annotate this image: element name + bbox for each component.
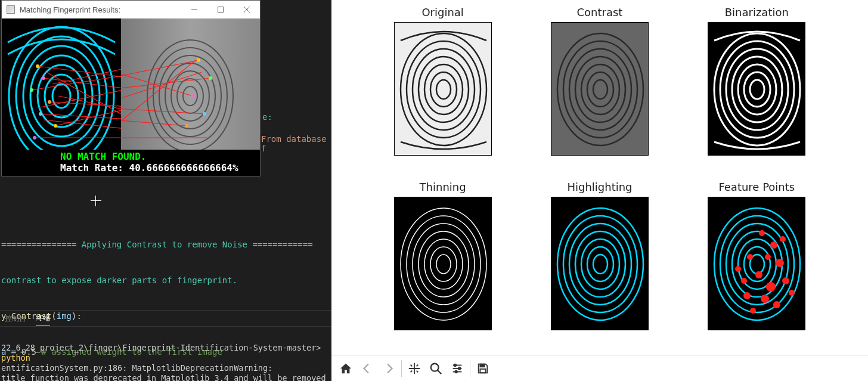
configure-icon[interactable] xyxy=(447,358,468,379)
svg-point-109 xyxy=(735,266,741,272)
svg-rect-1 xyxy=(218,7,224,13)
subplot-feature-points: Feature Points xyxy=(708,181,805,330)
svg-point-30 xyxy=(183,86,197,106)
svg-rect-122 xyxy=(480,364,484,367)
svg-point-113 xyxy=(789,290,795,296)
match-rate-row: Match Rate: 40.666666666666664% xyxy=(60,162,256,174)
matching-results-window: Matching Fingerprint Results: xyxy=(1,0,261,176)
svg-point-48 xyxy=(203,112,206,116)
svg-rect-50 xyxy=(395,23,492,156)
maximize-button[interactable] xyxy=(207,1,234,18)
toolbar-separator xyxy=(470,360,470,377)
terminal-cmd: python xyxy=(1,353,30,363)
cursor-crosshair xyxy=(91,196,101,206)
svg-point-49 xyxy=(185,124,188,128)
subplot-title: Feature Points xyxy=(718,181,795,193)
editor-pane: e: From database f Matching Fingerprint … xyxy=(0,0,331,381)
svg-point-111 xyxy=(780,236,786,242)
svg-point-114 xyxy=(431,363,439,371)
svg-rect-90 xyxy=(708,197,805,330)
tab-console[interactable]: 控制台 xyxy=(5,311,26,326)
svg-point-45 xyxy=(197,58,200,62)
home-icon[interactable] xyxy=(335,358,356,379)
code-line: contrast to expose darker parts of finge… xyxy=(1,274,331,286)
minimize-button[interactable] xyxy=(181,1,207,18)
subplot-highlighting: Highlighting xyxy=(551,181,649,330)
subplot-title: Highlighting xyxy=(567,181,632,193)
subplot-title: Thinning xyxy=(420,181,466,193)
save-icon[interactable] xyxy=(472,358,494,379)
match-rate-label: Match Rate: xyxy=(60,162,129,174)
match-rate-value: 40.666666666666664% xyxy=(129,162,238,174)
svg-point-27 xyxy=(39,112,42,116)
subplot-title: Binarization xyxy=(725,6,789,18)
matplotlib-figure-window: Original xyxy=(331,0,868,381)
terminal-line: 22_6_28_project_2\finger\Fingerprint-Ide… xyxy=(1,343,326,352)
svg-point-36 xyxy=(147,40,233,152)
svg-point-47 xyxy=(191,94,194,98)
svg-point-103 xyxy=(766,282,776,292)
svg-point-33 xyxy=(165,63,215,129)
fingerprint-image xyxy=(394,22,492,156)
terminal-output[interactable]: 22_6_28_project_2\finger\Fingerprint-Ide… xyxy=(0,333,331,381)
code-line: =============== Applying Contrast to rem… xyxy=(1,238,331,250)
svg-point-120 xyxy=(458,367,461,370)
subplot-thinning: Thinning xyxy=(394,181,492,330)
svg-point-104 xyxy=(741,278,747,284)
svg-point-23 xyxy=(36,64,39,68)
subplots-grid: Original xyxy=(331,0,868,355)
fingerprint-image xyxy=(551,22,649,156)
svg-point-110 xyxy=(765,254,771,260)
svg-line-20 xyxy=(38,84,121,108)
panel-tabs: 控制台 终端 xyxy=(0,310,331,327)
svg-point-102 xyxy=(755,271,762,278)
fingerprint-image xyxy=(708,22,805,156)
subplot-title: Original xyxy=(421,6,463,18)
tab-terminal[interactable]: 终端 xyxy=(36,311,50,326)
fingerprint-image xyxy=(708,197,805,330)
svg-point-106 xyxy=(773,301,780,308)
window-icon xyxy=(7,5,15,14)
svg-point-5 xyxy=(45,75,78,117)
subplot-contrast: Contrast xyxy=(551,6,649,156)
no-match-label: NO MATCH FOUND. xyxy=(60,151,256,162)
terminal-line: entificationSystem.py:186: MatplotlibDep… xyxy=(1,363,272,373)
subplot-title: Contrast xyxy=(577,6,623,18)
pan-icon[interactable] xyxy=(404,358,425,379)
svg-rect-82 xyxy=(551,197,649,330)
zoom-icon[interactable] xyxy=(425,358,447,379)
window-titlebar[interactable]: Matching Fingerprint Results: xyxy=(2,1,260,18)
svg-line-115 xyxy=(438,370,441,373)
svg-rect-66 xyxy=(708,23,805,156)
close-button[interactable] xyxy=(234,1,260,18)
svg-point-10 xyxy=(9,27,114,165)
back-icon[interactable] xyxy=(356,358,378,379)
svg-point-107 xyxy=(750,308,756,314)
svg-point-8 xyxy=(23,46,100,146)
forward-icon[interactable] xyxy=(378,358,399,379)
svg-point-25 xyxy=(30,88,33,92)
subplot-original: Original xyxy=(394,6,492,156)
svg-point-100 xyxy=(747,254,753,260)
svg-point-24 xyxy=(42,76,45,80)
svg-point-112 xyxy=(743,292,751,299)
svg-rect-74 xyxy=(395,197,492,330)
svg-point-108 xyxy=(782,277,789,284)
subplot-binarization: Binarization xyxy=(708,6,805,156)
matplotlib-toolbar xyxy=(331,355,868,381)
fingerprint-image xyxy=(551,197,649,330)
svg-point-121 xyxy=(455,370,457,373)
match-result-footer: NO MATCH FOUND. Match Rate: 40.666666666… xyxy=(2,150,260,176)
svg-point-28 xyxy=(54,124,57,128)
svg-rect-58 xyxy=(551,23,649,156)
bg-code-frag: e: xyxy=(262,112,272,122)
svg-point-29 xyxy=(33,136,36,140)
toolbar-separator xyxy=(401,360,402,377)
svg-point-105 xyxy=(761,295,769,303)
svg-point-31 xyxy=(177,79,203,113)
svg-point-26 xyxy=(48,100,51,104)
svg-point-119 xyxy=(454,364,457,366)
fingerprint-match-view: NO MATCH FOUND. Match Rate: 40.666666666… xyxy=(2,18,260,176)
svg-point-101 xyxy=(776,259,784,267)
fingerprint-image xyxy=(394,197,492,330)
